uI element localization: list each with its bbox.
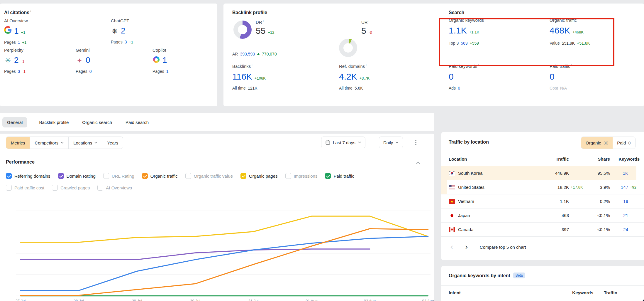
checkbox-icon [185, 173, 191, 179]
copilot-value[interactable]: 1 [162, 56, 167, 65]
traffic-by-location-card: Traffic by location Organic30 Paid0 Loca… [441, 132, 644, 260]
pages-link[interactable]: 0 [89, 69, 92, 74]
ur-donut [339, 39, 357, 57]
organic-paid-toggle: Organic30 Paid0 [581, 137, 635, 149]
checkbox-organic-pages[interactable]: Organic pages [240, 173, 278, 179]
paid-keywords-metric: Paid keywordsi 0 Ads0 [449, 64, 479, 90]
checkbox-crawled-pages[interactable]: Crawled pages [52, 185, 90, 191]
perplexity-metric: Perplexity ✳ 2 -1 Pages3-1 [4, 48, 26, 74]
toggle-organic[interactable]: Organic30 [581, 137, 613, 149]
info-icon[interactable]: i [578, 17, 578, 21]
backlinks-metric: Backlinksi 116K+106K All time121K [232, 64, 266, 90]
pages-link[interactable]: 1 [166, 69, 169, 74]
ai-citations-card: AI citationsi AI Overview 1 +1 Pages1+1 … [0, 4, 217, 106]
checkbox-organic-traffic[interactable]: Organic traffic [142, 173, 178, 179]
keywords-link[interactable]: 19 [610, 199, 628, 204]
perplexity-icon: ✳ [4, 57, 12, 64]
japan-flag-icon [449, 213, 455, 218]
keywords-by-intent-card: Organic keywords by intentBeta Intent Ke… [441, 266, 644, 301]
info-icon[interactable]: i [369, 19, 369, 23]
checkbox-icon [142, 173, 148, 179]
keywords-link[interactable]: 1K [610, 171, 628, 176]
svg-text:31 Jul: 31 Jul [248, 299, 259, 301]
ref-domains-value[interactable]: 4.2K [339, 72, 357, 82]
info-icon[interactable]: i [485, 17, 485, 21]
kebab-menu-icon[interactable] [414, 139, 418, 146]
info-icon[interactable]: i [366, 63, 366, 67]
checkbox-paid-traffic[interactable]: Paid traffic [325, 173, 354, 179]
info-icon[interactable]: i [571, 63, 572, 67]
checkbox-ai-overviews[interactable]: AI Overviews [97, 185, 132, 191]
checkbox-icon [6, 185, 12, 191]
checkbox-icon [325, 173, 331, 179]
location-row-canada: Canada 397 <0.1% 24 [441, 222, 644, 236]
tab-general[interactable]: General [2, 117, 27, 127]
granularity-button[interactable]: Daily [379, 137, 403, 148]
checkbox-domain-rating[interactable]: Domain Rating [58, 173, 96, 179]
tab-organic-search[interactable]: Organic search [80, 117, 114, 127]
svg-text:29 Jul: 29 Jul [132, 299, 142, 301]
years-filter-button[interactable]: Years [102, 137, 123, 149]
performance-title: Performance [6, 159, 35, 165]
info-icon[interactable]: i [478, 63, 479, 67]
info-icon[interactable]: i [252, 63, 252, 67]
keywords-link[interactable]: 24 [610, 227, 628, 232]
tab-backlink-profile[interactable]: Backlink profile [37, 117, 70, 127]
metrics-filter-button[interactable]: Metrics [6, 137, 30, 149]
date-range-button[interactable]: Last 7 days [321, 137, 365, 148]
vietnam-flag-icon [449, 199, 455, 204]
checkbox-icon [58, 173, 64, 179]
dr-metric: DRi 55+12 [256, 20, 274, 36]
dr-value: 55 [256, 26, 265, 36]
traffic-by-location-title: Traffic by location [449, 139, 489, 145]
compare-top5-link[interactable]: Compare top 5 on chart [480, 245, 526, 250]
pages-link[interactable]: 3 [18, 69, 20, 74]
perplexity-value[interactable]: 2 [14, 56, 19, 65]
organic-traffic-value[interactable]: 468K [550, 26, 570, 36]
checkbox-paid-traffic-cost[interactable]: Paid traffic cost [6, 185, 44, 191]
collapse-chevron-up-icon[interactable] [416, 162, 421, 164]
checkbox-url-rating[interactable]: URL Rating [103, 173, 134, 179]
backlinks-value[interactable]: 116K [232, 72, 252, 82]
svg-text:01 Aug: 01 Aug [306, 299, 318, 301]
copilot-metric: Copilot 1 Pages1 [152, 48, 169, 74]
keywords-link[interactable]: 147 [610, 185, 628, 190]
competitors-filter-button[interactable]: Competitors [30, 137, 68, 149]
next-page-icon[interactable]: › [465, 243, 468, 251]
gemini-value[interactable]: 0 [86, 56, 90, 65]
gemini-icon: ✦ [76, 57, 83, 65]
locations-filter-button[interactable]: Locations [68, 137, 102, 149]
toggle-paid[interactable]: Paid0 [613, 137, 635, 149]
paid-traffic-value[interactable]: 0 [550, 72, 555, 82]
checkbox-impressions[interactable]: Impressions [285, 173, 318, 179]
prev-page-icon[interactable]: ‹ [450, 243, 453, 251]
checkbox-referring-domains[interactable]: Referring domains [6, 173, 50, 179]
ar-link[interactable]: 393,593 [240, 52, 255, 56]
canada-flag-icon [449, 227, 455, 232]
info-icon[interactable]: i [30, 10, 31, 13]
checkbox-organic-traffic-value[interactable]: Organic traffic value [185, 173, 233, 179]
info-icon[interactable]: i [263, 19, 264, 23]
ai-overview-value[interactable]: 1 [14, 26, 19, 36]
chatgpt-value[interactable]: 2 [121, 26, 126, 36]
row-highlight-stripe [441, 180, 447, 194]
checkbox-icon [285, 173, 291, 179]
pages-link[interactable]: 1 [18, 40, 20, 45]
performance-chart[interactable]: 27 Jul28 Jul29 Jul30 Jul31 Jul01 Aug02 A… [0, 201, 434, 301]
organic-keywords-value[interactable]: 1.1K [449, 26, 467, 36]
pages-link[interactable]: 3 [125, 40, 127, 44]
svg-text:30 Jul: 30 Jul [190, 299, 200, 301]
top3-link[interactable]: 563 [461, 41, 467, 46]
ads-link[interactable]: 0 [458, 86, 460, 90]
checkbox-icon [97, 185, 103, 191]
paid-keywords-value[interactable]: 0 [449, 72, 454, 82]
tab-paid-search[interactable]: Paid search [124, 117, 150, 127]
keywords-link[interactable]: 21 [610, 213, 628, 218]
filter-segmented-control: Metrics Competitors Locations Years [6, 137, 123, 149]
location-row-south-korea: South Korea 446.9K 95.5% 1K [441, 166, 644, 180]
organic-traffic-metric: Organic traffici 468K+468K Value$51.9K+5… [550, 18, 590, 46]
checkbox-icon [103, 173, 109, 179]
svg-text:28 Jul: 28 Jul [74, 299, 84, 301]
chevron-down-icon [94, 142, 97, 144]
dr-donut [233, 21, 252, 39]
